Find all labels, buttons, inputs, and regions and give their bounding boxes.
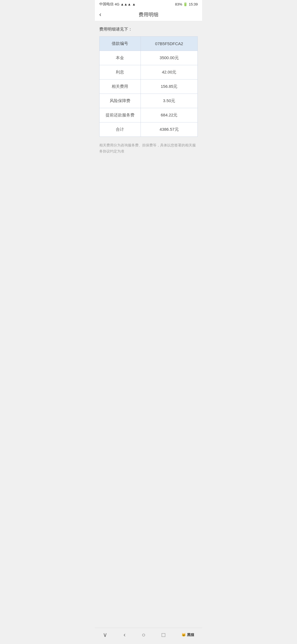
fee-table: 借款编号07B5F5DFCA2本金3500.00元利息42.00元相关费用156… <box>99 36 198 137</box>
wifi-icon: ▲ <box>132 2 136 6</box>
time-text: 15:39 <box>189 2 198 6</box>
table-cell-value: 4386.57元 <box>141 122 197 137</box>
status-bar: 中国电信 4G ▲▲▲ ▲ 83% 🔋 15:39 <box>95 0 202 8</box>
intro-text: 费用明细请见下： <box>99 27 198 32</box>
table-row: 本金3500.00元 <box>100 51 198 65</box>
table-row: 利息42.00元 <box>100 65 198 80</box>
table-cell-label: 本金 <box>100 51 141 65</box>
back-button[interactable]: ‹ <box>99 12 101 18</box>
table-cell-value: 156.85元 <box>141 80 197 94</box>
table-cell-value: 42.00元 <box>141 65 197 80</box>
status-left: 中国电信 4G ▲▲▲ ▲ <box>99 2 136 7</box>
page-title: 费用明细 <box>139 11 158 18</box>
battery-icon: 🔋 <box>183 2 188 6</box>
battery-text: 83% <box>175 2 182 6</box>
table-row: 风险保障费3.50元 <box>100 94 198 108</box>
note-text: 相关费用分为咨询服务费、担保费等，具体以您签署的相关服务协议约定为准 <box>99 142 198 154</box>
content-area: 费用明细请见下： 借款编号07B5F5DFCA2本金3500.00元利息42.0… <box>95 21 202 160</box>
table-cell-label: 提前还款服务费 <box>100 108 141 122</box>
table-cell-value: 07B5F5DFCA2 <box>141 37 197 51</box>
table-cell-label: 借款编号 <box>100 37 141 51</box>
table-row: 借款编号07B5F5DFCA2 <box>100 37 198 51</box>
table-cell-value: 3500.00元 <box>141 51 197 65</box>
carrier-text: 中国电信 <box>99 2 114 7</box>
table-row: 合计4386.57元 <box>100 122 198 137</box>
table-cell-value: 684.22元 <box>141 108 197 122</box>
table-row: 提前还款服务费684.22元 <box>100 108 198 122</box>
header: ‹ 费用明细 <box>95 8 202 21</box>
table-cell-label: 合计 <box>100 122 141 137</box>
status-right: 83% 🔋 15:39 <box>175 2 198 6</box>
table-cell-label: 相关费用 <box>100 80 141 94</box>
table-cell-value: 3.50元 <box>141 94 197 108</box>
table-row: 相关费用156.85元 <box>100 80 198 94</box>
signal-icon: 4G ▲▲▲ <box>115 2 131 6</box>
table-cell-label: 利息 <box>100 65 141 80</box>
table-cell-label: 风险保障费 <box>100 94 141 108</box>
